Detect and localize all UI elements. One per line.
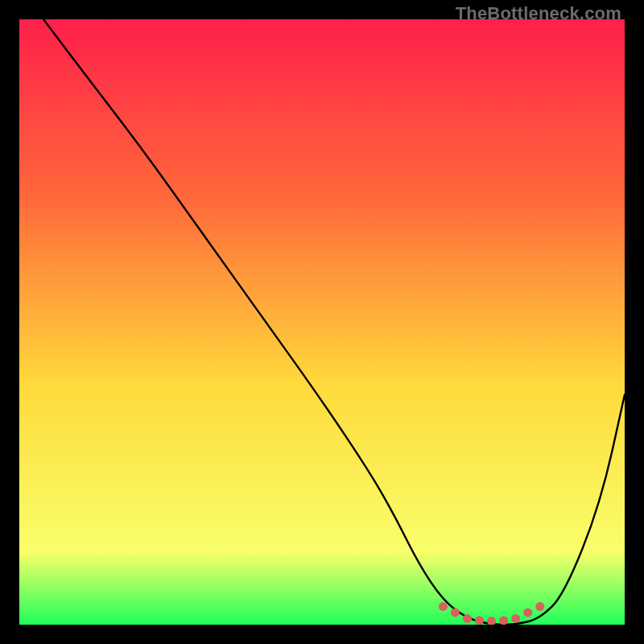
optimal-point-marker bbox=[535, 602, 544, 611]
optimal-point-marker bbox=[511, 614, 520, 623]
optimal-point-marker bbox=[451, 608, 460, 617]
chart-frame bbox=[19, 19, 625, 625]
optimal-point-marker bbox=[463, 614, 472, 623]
optimal-point-marker bbox=[499, 616, 508, 625]
gradient-background bbox=[19, 19, 625, 625]
watermark-text: TheBottleneck.com bbox=[456, 3, 621, 24]
optimal-point-marker bbox=[523, 608, 532, 617]
optimal-point-marker bbox=[475, 616, 484, 625]
optimal-point-marker bbox=[439, 602, 448, 611]
bottleneck-chart bbox=[19, 19, 625, 625]
